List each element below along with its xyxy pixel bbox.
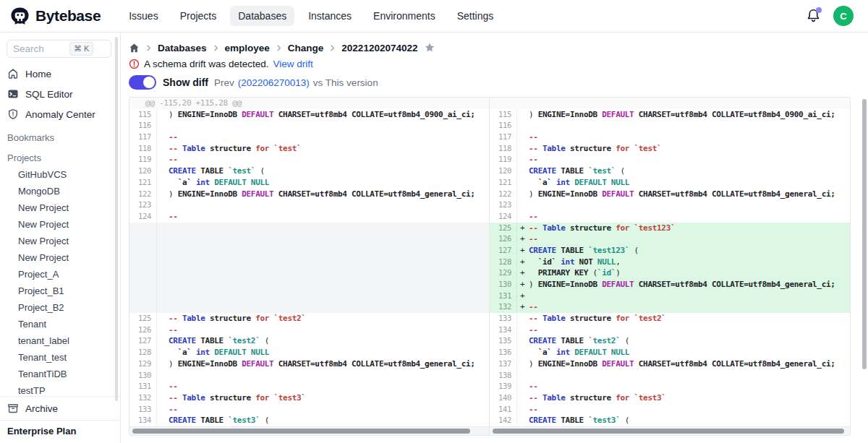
diff-line-number [129, 267, 157, 279]
sidebar-item-anomaly-center[interactable]: Anomaly Center [0, 104, 120, 124]
diff-code-line: -- [157, 381, 489, 392]
view-drift-link[interactable]: View drift [273, 59, 313, 69]
home-icon[interactable] [129, 43, 140, 53]
show-diff-toggle[interactable] [129, 75, 156, 90]
diff-code-line [157, 233, 489, 245]
diff-code-line: CREATE TABLE `test2` ( [157, 335, 489, 347]
diff-row: 117 -- [129, 132, 489, 143]
sidebar-project-item[interactable]: GitHubVCS [0, 166, 120, 183]
diff-line-number: 126 [490, 233, 517, 245]
archive-icon [7, 403, 19, 414]
nav-tab-instances[interactable]: Instances [300, 6, 359, 26]
diff-line-number: 140 [490, 392, 517, 404]
diff-row-added: 130+) ENGINE=InnoDB DEFAULT CHARSET=utf8… [490, 279, 850, 291]
diff-row: 133 -- [129, 404, 489, 416]
diff-column-current: 115 ) ENGINE=InnoDB DEFAULT CHARSET=utf8… [490, 98, 850, 435]
diff-row-added: 127+CREATE TABLE `test123` ( [490, 245, 850, 257]
diff-code-line: `a` int DEFAULT NULL [157, 347, 489, 358]
diff-horizontal-scrollbar[interactable] [129, 426, 489, 435]
diff-code-line: ) ENGINE=InnoDB DEFAULT CHARSET=utf8mb4 … [517, 358, 850, 370]
diff-code-line: +-- Table structure for `test123` [517, 223, 850, 234]
diff-row: 120 CREATE TABLE `test` ( [129, 165, 489, 177]
diff-code-line: -- Table structure for `test3` [517, 392, 850, 404]
search-box[interactable]: ⌘ K [7, 40, 111, 58]
diff-line-number: 123 [490, 199, 517, 211]
diff-row: 140 -- Table structure for `test3` [490, 392, 850, 404]
search-input[interactable] [13, 43, 69, 54]
diff-line-number: 128 [129, 347, 157, 358]
sidebar-item-home[interactable]: Home [0, 64, 120, 84]
diff-row: 123 [129, 199, 489, 211]
sidebar-project-item[interactable]: New Project [0, 249, 120, 266]
diff-code-line [157, 279, 489, 291]
nav-tab-settings[interactable]: Settings [449, 6, 502, 26]
chevron-right-icon [328, 44, 336, 52]
sidebar-project-item[interactable]: New Project [0, 216, 120, 233]
breadcrumb-item-change[interactable]: Change [288, 43, 324, 53]
diff-row: 134 CREATE TABLE `test3` ( [129, 415, 489, 426]
diff-code-line [157, 199, 489, 211]
diff-line-number: 115 [129, 109, 157, 121]
sidebar-project-item[interactable]: Project_A [0, 266, 120, 283]
diff-code-line: -- Table structure for `test` [157, 143, 489, 155]
sidebar-item-archive[interactable]: Archive [0, 396, 120, 420]
diff-horizontal-scrollbar[interactable] [490, 426, 850, 435]
diff-row: 136 `a` int DEFAULT NULL [490, 347, 850, 358]
home-icon [7, 68, 19, 79]
chevron-right-icon [275, 44, 283, 52]
sidebar-project-item[interactable]: Project_B1 [0, 283, 120, 299]
sidebar-scrollbar[interactable] [115, 37, 118, 401]
diff-code-line: -- [157, 132, 489, 143]
sidebar-project-item[interactable]: tenant_label [0, 332, 120, 349]
scrollbar-thumb[interactable] [132, 429, 470, 434]
sidebar-project-item[interactable]: New Project [0, 233, 120, 249]
diff-line-number: 142 [490, 415, 517, 426]
prev-version-link[interactable]: (202206270013) [238, 77, 310, 88]
page-scrollbar[interactable] [862, 99, 867, 369]
nav-tab-environments[interactable]: Environments [365, 6, 443, 26]
archive-label: Archive [25, 403, 58, 414]
diff-row: 120 CREATE TABLE `test` ( [490, 165, 850, 177]
diff-line-number: 135 [490, 335, 517, 347]
bytebase-logo[interactable]: Bytebase [10, 7, 101, 26]
diff-row-filler [129, 223, 489, 234]
diff-line-number: 133 [490, 313, 517, 324]
breadcrumb-item-databases[interactable]: Databases [158, 43, 207, 53]
notification-bell-button[interactable] [806, 8, 822, 24]
diff-line-number: 126 [129, 324, 157, 336]
brand-name: Bytebase [35, 7, 101, 25]
nav-tab-projects[interactable]: Projects [172, 6, 225, 26]
breadcrumb-item-employee[interactable]: employee [225, 43, 270, 53]
diff-code-line: CREATE TABLE `test` ( [157, 165, 489, 177]
diff-code-line: +) ENGINE=InnoDB DEFAULT CHARSET=utf8mb4… [517, 279, 850, 291]
nav-tab-databases[interactable]: Databases [230, 6, 294, 26]
sidebar-project-item[interactable]: Tenant [0, 316, 120, 332]
sidebar-item-sql-editor[interactable]: SQL Editor [0, 84, 120, 104]
sidebar-project-item[interactable]: Tenant_test [0, 349, 120, 366]
diff-code-line: ) ENGINE=InnoDB DEFAULT CHARSET=utf8mb4 … [157, 109, 489, 121]
diff-code-line: CREATE TABLE `test2` ( [517, 335, 850, 347]
sidebar-project-item[interactable]: testTP [0, 382, 120, 396]
nav-tab-issues[interactable]: Issues [121, 6, 166, 26]
user-avatar[interactable]: C [833, 6, 854, 26]
sidebar-project-item[interactable]: Project_B2 [0, 299, 120, 316]
diff-code-line: -- [517, 404, 850, 416]
diff-row-added: 126+-- [490, 233, 850, 245]
diff-row: 130 [129, 370, 489, 382]
diff-row: 121 `a` int DEFAULT NULL [490, 177, 850, 189]
diff-row: 123 [490, 199, 850, 211]
diff-code-line [157, 267, 489, 279]
star-icon[interactable] [424, 42, 435, 53]
scrollbar-thumb[interactable] [493, 429, 844, 434]
top-navbar: Bytebase IssuesProjectsDatabasesInstance… [0, 0, 868, 33]
sidebar-project-item[interactable]: TenantTiDB [0, 366, 120, 382]
diff-code-line: -- [157, 324, 489, 336]
diff-code-line: CREATE TABLE `test3` ( [157, 415, 489, 426]
diff-row: 131 -- [129, 381, 489, 392]
main-nav: IssuesProjectsDatabasesInstancesEnvironm… [121, 6, 806, 26]
sql-editor-icon [7, 88, 19, 100]
diff-line-number: 116 [129, 120, 157, 132]
sidebar-project-item[interactable]: New Project [0, 199, 120, 216]
diff-line-number: 134 [490, 324, 517, 336]
sidebar-project-item[interactable]: MongoDB [0, 183, 120, 199]
